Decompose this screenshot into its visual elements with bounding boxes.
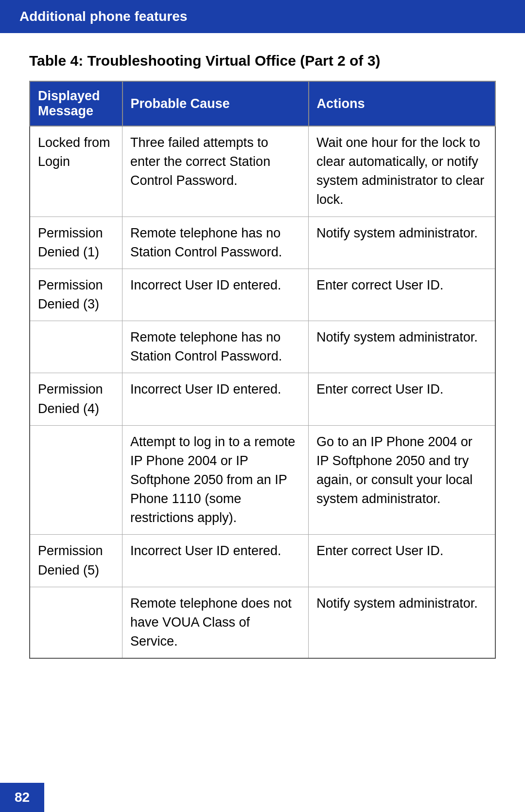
cell-action: Go to an IP Phone 2004 or IP Softphone 2… [309,425,495,535]
cell-cause: Incorrect User ID entered. [122,269,309,321]
table-header-row: Displayed Message Probable Cause Actions [30,81,495,126]
col-header-actions: Actions [309,81,495,126]
cell-display [30,321,122,373]
table-row: Attempt to log in to a remote IP Phone 2… [30,425,495,535]
table-row: Permission Denied (5) Incorrect User ID … [30,535,495,587]
cell-action: Wait one hour for the lock to clear auto… [309,126,495,217]
header-title: Additional phone features [19,9,187,24]
cell-action: Enter correct User ID. [309,373,495,425]
table-row: Locked from Login Three failed attempts … [30,126,495,217]
cell-cause: Three failed attempts to enter the corre… [122,126,309,217]
cell-display: Locked from Login [30,126,122,217]
cell-action: Enter correct User ID. [309,269,495,321]
cell-action: Enter correct User ID. [309,535,495,587]
table-title: Table 4: Troubleshooting Virtual Office … [29,53,496,69]
cell-cause: Remote telephone has no Station Control … [122,321,309,373]
cell-display: Permission Denied (3) [30,269,122,321]
col-header-cause: Probable Cause [122,81,309,126]
table-row: Remote telephone has no Station Control … [30,321,495,373]
cell-cause: Remote telephone does not have VOUA Clas… [122,587,309,658]
cell-cause: Incorrect User ID entered. [122,535,309,587]
table-row: Permission Denied (3) Incorrect User ID … [30,269,495,321]
cell-display: Permission Denied (1) [30,217,122,269]
footer-bar: 82 [0,783,44,812]
page-number: 82 [15,790,30,805]
table-row: Remote telephone does not have VOUA Clas… [30,587,495,658]
header-bar: Additional phone features [0,0,525,33]
cell-cause: Incorrect User ID entered. [122,373,309,425]
cell-display: Permission Denied (5) [30,535,122,587]
cell-display: Permission Denied (4) [30,373,122,425]
table-row: Permission Denied (1) Remote telephone h… [30,217,495,269]
cell-action: Notify system administrator. [309,587,495,658]
troubleshooting-table: Displayed Message Probable Cause Actions… [29,81,496,659]
cell-cause: Attempt to log in to a remote IP Phone 2… [122,425,309,535]
col-header-display: Displayed Message [30,81,122,126]
cell-cause: Remote telephone has no Station Control … [122,217,309,269]
cell-action: Notify system administrator. [309,321,495,373]
cell-display [30,425,122,535]
cell-display [30,587,122,658]
cell-action: Notify system administrator. [309,217,495,269]
table-row: Permission Denied (4) Incorrect User ID … [30,373,495,425]
